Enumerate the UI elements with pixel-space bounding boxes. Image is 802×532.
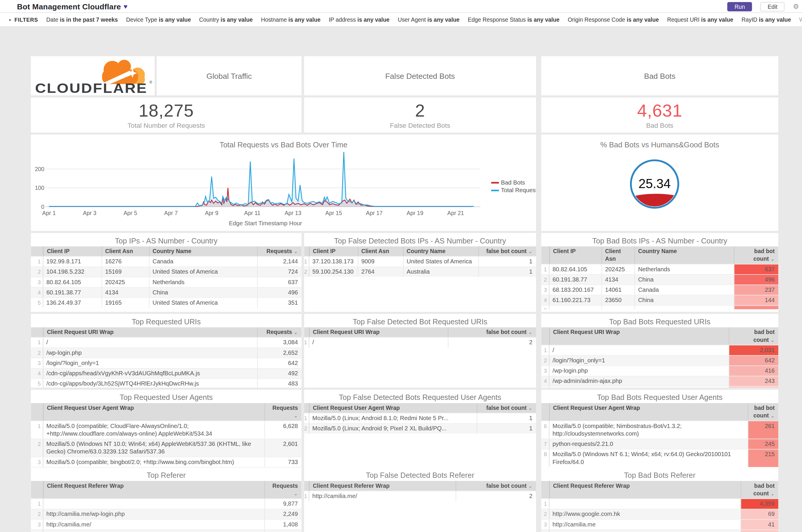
- page-title: Bot Management Cloudflare: [17, 2, 121, 11]
- value-cell: 351: [257, 298, 301, 308]
- table-cell: /: [309, 338, 448, 347]
- filter-item[interactable]: Date is in the past 7 weeks: [46, 16, 118, 22]
- value-cell: 642: [729, 356, 778, 365]
- row-number: 5: [541, 387, 550, 388]
- table-row: 19,877: [31, 499, 302, 509]
- column-header-sortable[interactable]: bad bot count⌄: [748, 403, 778, 421]
- svg-text:Apr 13: Apr 13: [285, 210, 301, 216]
- column-header-sortable[interactable]: bad bot count⌄: [734, 246, 778, 264]
- column-header-sortable[interactable]: false bot count⌄: [456, 481, 536, 491]
- row-number-header: [31, 403, 43, 421]
- row-number: 1: [304, 338, 309, 347]
- table-cell: China: [634, 295, 734, 305]
- table-cell: Mozilla/5.0 (Windows NT 10.0; Win64; x64…: [43, 439, 265, 457]
- table-row: 260.191.38.774134China496: [541, 274, 778, 284]
- table-cell: python-requests/2.21.0: [550, 439, 748, 449]
- column-header-sortable[interactable]: false bot count⌄: [448, 327, 536, 337]
- table-row: 1Mozilla/5.0 (compatible; CloudFlare-Alw…: [31, 421, 302, 439]
- column-header-sortable[interactable]: Requests⌄: [265, 403, 302, 421]
- filter-item[interactable]: Device Type is any value: [126, 16, 191, 22]
- filter-item[interactable]: Country is any value: [199, 16, 253, 22]
- table-cell: Mozilla/5.0 (compatible; bingbot/2.0; +h…: [43, 457, 265, 467]
- row-number: 2: [31, 510, 43, 519]
- value-cell: 261: [748, 421, 778, 439]
- filter-field: Edge Response Status: [468, 16, 527, 22]
- row-number: 4: [541, 295, 550, 305]
- gauge-title: % Bad Bots vs Humans&Good Bots: [541, 134, 778, 150]
- row-number-header: [31, 481, 43, 499]
- value-cell: 733: [265, 457, 302, 467]
- table-title: Top Requested User Agents: [31, 390, 302, 403]
- filter-item[interactable]: Hostname is any value: [261, 16, 321, 22]
- svg-text:Apr 15: Apr 15: [325, 210, 342, 216]
- table-cell: [550, 499, 741, 509]
- column-header-sortable[interactable]: bad bot count⌄: [729, 327, 778, 345]
- top-bar: Bot Management Cloudflare ♥ Run Edit ⚙: [0, 0, 802, 13]
- filter-condition: is in the past 7 weeks: [60, 16, 118, 22]
- svg-text:100: 100: [35, 185, 44, 191]
- table-cell: 19165: [102, 298, 149, 308]
- section-header-label: Global Traffic: [207, 72, 252, 80]
- row-number: 4: [541, 377, 550, 386]
- table-cell: 60.191.38.77: [550, 275, 602, 284]
- column-header: Client IP: [43, 246, 102, 256]
- column-header-sortable[interactable]: false bot count⌄: [477, 403, 536, 413]
- column-header-sortable[interactable]: bad bot count⌄: [741, 481, 778, 499]
- run-button[interactable]: Run: [727, 2, 752, 11]
- table-tile-top-bad-uris: Top Bad Bots Requested URIsClient Reques…: [541, 314, 778, 388]
- column-header: Country Name: [403, 246, 478, 256]
- table-row: 4http://camilia.me/index.php/2017/06/17/…: [31, 529, 302, 532]
- row-number-header: [541, 246, 550, 264]
- filter-item[interactable]: Edge Response Status is any value: [468, 16, 559, 22]
- sort-chevron-icon: ⌄: [293, 413, 298, 418]
- filters-toggle[interactable]: ▸ FILTERS: [9, 16, 38, 22]
- value-cell: 144: [734, 295, 778, 305]
- row-number: 6: [541, 421, 550, 439]
- column-header-sortable[interactable]: Requests⌄: [265, 481, 302, 499]
- filter-item[interactable]: User Agent is any value: [398, 16, 460, 22]
- table-row: 2Mozilla/5.0 (Windows NT 10.0; Win64; x6…: [31, 439, 302, 457]
- table-title: Top False Detected Bots Requested User A…: [304, 390, 536, 403]
- metric-false-detected-bots: 2 False Detected Bots: [304, 98, 536, 133]
- value-cell: 2,144: [257, 256, 301, 266]
- metric-value: 18,275: [138, 100, 194, 121]
- table-tile-top-false-uris: Top False Detected Bot Requested URIsCli…: [304, 314, 536, 388]
- row-number: 1: [31, 421, 43, 439]
- column-header-sortable[interactable]: false bot count⌄: [478, 246, 536, 256]
- filter-item[interactable]: IP address is any value: [329, 16, 389, 22]
- table-cell: 14061: [602, 285, 634, 295]
- table-header-row: Client Request Referer WrapRequests⌄: [31, 481, 302, 499]
- table-row: 8Mozilla/5.0 (Windows NT 6.1; Win64; x64…: [541, 449, 778, 467]
- sort-chevron-icon: ⌄: [528, 483, 533, 489]
- edit-button[interactable]: Edit: [760, 2, 785, 11]
- legend-item[interactable]: Total Requests: [491, 187, 536, 193]
- column-header-sortable[interactable]: Requests⌄: [257, 327, 301, 337]
- table-cell: Netherlands: [149, 278, 257, 287]
- table-row: 137.120.138.1739009United States of Amer…: [304, 256, 536, 267]
- table-cell: Mozilla/5.0 (compatible; CloudFlare-Alwa…: [43, 421, 265, 439]
- table-row: 4/wp-admin/admin-ajax.php243: [541, 376, 778, 386]
- table-row: 2/login/?login_only=1642: [541, 355, 778, 365]
- column-header-sortable[interactable]: Requests⌄: [257, 246, 301, 256]
- value-cell: 1: [477, 413, 536, 423]
- filter-field: Device Type: [126, 16, 159, 22]
- metric-total-requests: 18,275 Total Number of Requests: [31, 98, 302, 133]
- filter-item[interactable]: Worker Subrequest is...: [799, 16, 802, 22]
- svg-text:Apr 17: Apr 17: [366, 210, 383, 216]
- filter-item[interactable]: Request URI is any value: [667, 16, 733, 22]
- table-cell: 80.82.64.105: [550, 265, 602, 274]
- table-row: 180.82.64.105202425Netherlands637: [541, 264, 778, 274]
- table-row: 6Mozilla/5.0 (compatible; Nimbostratus-B…: [541, 421, 778, 439]
- cloudflare-wordmark: CLOUDFLARE: [35, 81, 148, 95]
- data-table: Client Request Referer WrapRequests⌄19,8…: [31, 481, 302, 532]
- filter-item[interactable]: RayID is any value: [742, 16, 791, 22]
- svg-text:Apr 19: Apr 19: [406, 210, 423, 216]
- column-header: Client Request Referer Wrap: [309, 481, 456, 491]
- value-cell: 245: [748, 439, 778, 449]
- table-cell: 136.24.49.37: [43, 298, 102, 308]
- gear-icon[interactable]: ⚙: [793, 3, 799, 10]
- table-cell: /cdn-cgi/apps/head/xVgyKhR-vV3dAUGhMqfBc…: [43, 368, 257, 378]
- row-number: 1: [31, 338, 43, 347]
- filter-item[interactable]: Origin Response Code is any value: [568, 16, 659, 22]
- legend-item[interactable]: Bad Bots: [491, 179, 525, 186]
